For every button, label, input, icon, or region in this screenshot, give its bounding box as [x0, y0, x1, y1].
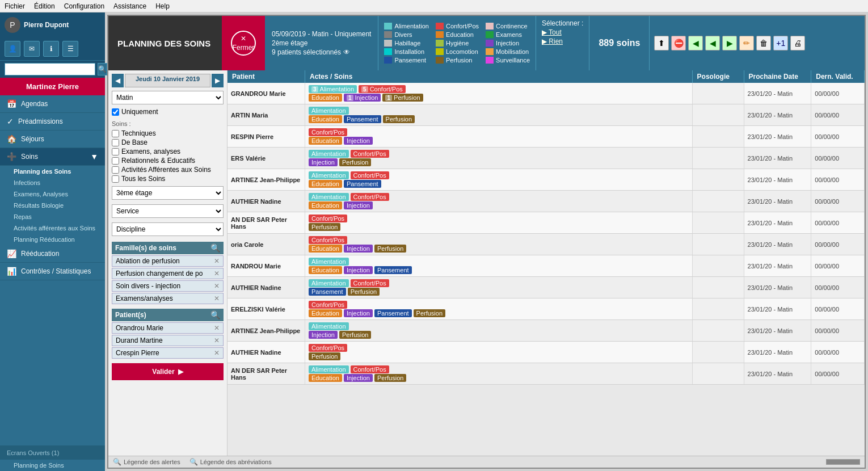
sidebar-sub-activites[interactable]: Activités afférentes aux Soins	[0, 222, 105, 234]
sidebar-sub-infections[interactable]: Infections	[0, 177, 105, 188]
soin-badge[interactable]: Perfusion	[348, 288, 380, 296]
soin-badge[interactable]: Education	[309, 94, 342, 102]
action-print[interactable]: 🖨	[790, 36, 805, 51]
action-up[interactable]: ⬆	[654, 36, 669, 51]
soins-checkbox-2[interactable]	[112, 148, 119, 155]
legend-abreviations[interactable]: 🔍 Légende des abréviations	[189, 458, 272, 466]
patient-remove-0[interactable]: ✕	[214, 324, 220, 332]
soin-badge[interactable]: Pansement	[309, 288, 346, 296]
soin-badge[interactable]: Alimentation	[309, 193, 349, 201]
soin-badge[interactable]: 1Perfusion	[382, 94, 423, 102]
selector-tout[interactable]: ▶ Tout	[542, 28, 583, 36]
sidebar-sub-planning-reeducation[interactable]: Planning Rééducation	[0, 234, 105, 245]
soin-badge[interactable]: Confort/Pos	[351, 193, 389, 201]
period-select[interactable]: Matin	[112, 91, 224, 104]
table-row[interactable]: AUTHIER NadineAlimentationConfort/PosEdu…	[227, 191, 865, 212]
sidebar-screen-item[interactable]: Planning de Soins	[0, 460, 105, 471]
soin-badge[interactable]: Confort/Pos	[351, 171, 389, 179]
soin-badge[interactable]: Alimentation	[309, 171, 349, 179]
soin-badge[interactable]: Perfusion	[383, 115, 415, 123]
menu-assistance[interactable]: Assistance	[113, 2, 146, 10]
soin-badge[interactable]: Confort/Pos	[309, 344, 347, 352]
table-area[interactable]: Patient Actes / Soins Posologie Prochain…	[227, 70, 865, 456]
date-prev-button[interactable]: ◀	[112, 74, 124, 87]
mail-icon-btn[interactable]: ✉	[24, 41, 40, 57]
famille-remove-3[interactable]: ✕	[214, 295, 220, 302]
soin-badge[interactable]: Alimentation	[309, 279, 349, 287]
valider-button[interactable]: Valider ▶	[112, 363, 224, 380]
soin-badge[interactable]: Injection	[344, 309, 373, 317]
soins-checkbox-1[interactable]	[112, 139, 119, 146]
service-select[interactable]: Service	[112, 204, 224, 218]
soin-badge[interactable]: Education	[309, 137, 342, 145]
sidebar-sub-repas[interactable]: Repas	[0, 211, 105, 222]
table-row[interactable]: ARTINEZ Jean-PhilippeAlimentationInjecti…	[227, 320, 865, 342]
soin-badge[interactable]: Education	[309, 245, 342, 253]
soin-badge[interactable]: Perfusion	[374, 374, 406, 382]
table-row[interactable]: AUTHIER NadineAlimentationConfort/PosPan…	[227, 277, 865, 298]
soins-checkbox-3[interactable]	[112, 157, 119, 165]
soin-badge[interactable]: Pansement	[374, 266, 412, 274]
action-plus1[interactable]: +1	[773, 36, 788, 51]
action-right[interactable]: ▶	[722, 36, 737, 51]
menu-configuration[interactable]: Configuration	[64, 2, 104, 10]
soin-badge[interactable]: Perfusion	[374, 245, 406, 253]
patient-search-button[interactable]: 🔍	[210, 310, 220, 319]
action-stop[interactable]: ⛔	[671, 36, 686, 51]
soin-badge[interactable]: Confort/Pos	[351, 150, 389, 158]
sidebar-search-input[interactable]	[5, 63, 95, 75]
date-display[interactable]: Jeudi 10 Janvier 2019	[125, 74, 210, 87]
soin-badge[interactable]: 5Confort/Pos	[359, 85, 406, 93]
sidebar-item-soins[interactable]: ➕ Soins ▼	[0, 148, 105, 166]
famille-remove-1[interactable]: ✕	[214, 270, 220, 277]
menu-fichier[interactable]: Fichier	[5, 2, 25, 10]
uniquement-checkbox[interactable]	[112, 108, 119, 116]
etage-select[interactable]: 3ème étage	[112, 186, 224, 200]
soin-badge[interactable]: Confort/Pos	[309, 236, 347, 244]
patient-remove-1[interactable]: ✕	[214, 337, 220, 344]
soin-badge[interactable]: Confort/Pos	[309, 215, 347, 222]
soin-badge[interactable]: Perfusion	[414, 309, 445, 317]
discipline-select[interactable]: Discipline	[112, 222, 224, 236]
scrollbar-indicator[interactable]	[826, 459, 860, 465]
sidebar-item-controles[interactable]: 📊 Contrôles / Statistiques	[0, 263, 105, 280]
action-left1[interactable]: ◀	[688, 36, 703, 51]
fermer-button[interactable]: ✕ Fermer	[222, 16, 265, 70]
soins-checkbox-4[interactable]	[112, 166, 119, 174]
menu-edition[interactable]: Édition	[34, 2, 55, 10]
famille-remove-2[interactable]: ✕	[214, 282, 220, 290]
action-left2[interactable]: ◀	[705, 36, 720, 51]
soin-badge[interactable]: Confort/Pos	[351, 365, 389, 373]
soin-badge[interactable]: Perfusion	[309, 352, 340, 360]
table-row[interactable]: ARTINEZ Jean-PhilippeAlimentationConfort…	[227, 169, 865, 191]
menu-help[interactable]: Help	[155, 2, 170, 10]
soin-badge[interactable]: Alimentation	[309, 107, 349, 115]
action-delete[interactable]: 🗑	[756, 36, 771, 51]
table-row[interactable]: RESPIN PierreConfort/PosEducationInjecti…	[227, 126, 865, 148]
soin-badge[interactable]: Education	[309, 201, 342, 209]
sidebar-item-sejours[interactable]: 🏠 Séjours	[0, 131, 105, 148]
table-row[interactable]: ERELZISKI ValérieConfort/PosEducationInj…	[227, 298, 865, 320]
date-next-button[interactable]: ▶	[212, 74, 224, 87]
sidebar-sub-planning[interactable]: Planning des Soins	[0, 166, 105, 177]
soin-badge[interactable]: Alimentation	[309, 365, 349, 373]
table-row[interactable]: AN DER SAR Peter HansAlimentationConfort…	[227, 363, 865, 385]
action-edit[interactable]: ✏	[739, 36, 754, 51]
soin-badge[interactable]: 1Injection	[344, 94, 381, 102]
sidebar-item-preadmissions[interactable]: ✓ Préadmissions	[0, 113, 105, 131]
legend-alertes[interactable]: 🔍 Légende des alertes	[113, 458, 180, 466]
table-row[interactable]: GRANDROU Marie3Alimentation5Confort/PosE…	[227, 83, 865, 104]
famille-remove-0[interactable]: ✕	[214, 257, 220, 265]
soin-badge[interactable]: Pansement	[344, 180, 381, 188]
selector-rien[interactable]: ▶ Rien	[542, 37, 583, 45]
soin-badge[interactable]: Education	[309, 180, 342, 188]
table-row[interactable]: ARTIN MariaAlimentationEducationPansemen…	[227, 104, 865, 126]
sidebar-item-agendas[interactable]: 📅 Agendas	[0, 95, 105, 113]
table-row[interactable]: oria CaroleConfort/PosEducationInjection…	[227, 234, 865, 255]
sidebar-patient[interactable]: Martinez Pierre	[0, 78, 105, 95]
sidebar-sub-resultats[interactable]: Résultats Biologie	[0, 200, 105, 211]
list-icon-btn[interactable]: ☰	[62, 41, 78, 57]
soin-badge[interactable]: Alimentation	[309, 150, 349, 158]
soin-badge[interactable]: Education	[309, 309, 342, 317]
soin-badge[interactable]: Injection	[344, 201, 373, 209]
